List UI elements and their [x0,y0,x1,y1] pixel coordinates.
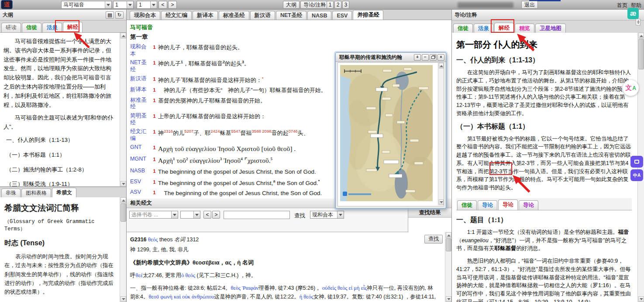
related-find-button[interactable]: 查找 [294,212,305,220]
version-tab[interactable]: 并排圣经 [353,10,383,20]
outline-tab[interactable]: 研读 [1,23,21,32]
scrollbar-thumb[interactable] [638,39,644,69]
strong-number[interactable]: G2316 [130,237,147,243]
map-scrollbar[interactable] [438,63,444,205]
home-link[interactable]: 首页 [617,2,627,9]
outline-item[interactable]: （一）本书标题（1:1） [6,151,117,160]
verse-number: 1 [151,156,158,163]
related-next-button[interactable]: > [212,211,220,219]
scroll-up-icon[interactable] [638,33,644,38]
commentary-tab[interactable]: 卫星地图 [535,24,566,33]
scroll-down-icon[interactable] [121,296,126,302]
related-book-select[interactable]: 选择书卷 ... [129,211,178,219]
version-tab[interactable]: ESV [332,11,352,20]
version-label[interactable]: GNT [130,144,151,151]
version-tab[interactable]: 新汉语 [250,11,276,20]
scroll-down-icon[interactable] [446,296,451,302]
restore-icon[interactable] [430,54,437,61]
version-label[interactable]: ESV [130,178,151,185]
scroll-up-icon[interactable] [121,197,126,203]
commentary-tab[interactable]: 活泉 [474,24,493,33]
verse-number: 1 [151,44,158,51]
outline-tab[interactable]: 解经 [63,22,83,32]
scrollbar-thumb[interactable] [446,238,451,251]
commentary-subtab[interactable]: 导论 [498,199,518,210]
version-tab[interactable]: 新译本 [193,11,218,20]
scroll-up-icon[interactable] [446,232,451,238]
intro-commentary-button[interactable]: 导论/注释 [300,1,329,9]
glossary-scrollbar[interactable] [120,197,126,302]
outline-scrollbar[interactable] [120,33,126,187]
version-label[interactable]: 经文汇编 [130,128,151,142]
dictionary-find-button[interactable]: 查找 [424,235,443,244]
outline-tab[interactable]: 信徒 [22,23,41,32]
refresh-icon[interactable]: ↻ [115,11,124,19]
commentary-tab[interactable]: 解经 [494,23,514,33]
version-tab[interactable]: 现和合本 [130,11,160,20]
commentary-tab[interactable]: 精览 [515,24,534,33]
close-icon[interactable]: × [437,54,444,61]
dictionary-scrollbar[interactable] [445,232,451,302]
version-label[interactable]: 标准圣经 [130,97,151,110]
logout-button[interactable]: 退出 [521,1,538,9]
version-label[interactable]: 新汉语 [130,76,151,82]
translate-tool-icon[interactable]: 中A [630,169,643,181]
related-search-input[interactable] [224,211,290,219]
outline-item[interactable]: 一、仆人的到来（1:1-13） [6,136,117,145]
commentary-subtab[interactable]: 信徒 [457,200,477,210]
version-tab[interactable]: NET圣经 [276,11,307,20]
minimize-icon[interactable]: − [422,54,429,61]
commentary-tab[interactable]: 信徒 [453,24,473,33]
chevron-down-icon [337,211,344,218]
verse-select[interactable]: 1 [137,1,157,9]
version-tab[interactable]: 经文汇编 [161,11,192,20]
version-tab[interactable]: 标准圣经 [219,11,249,20]
commentary-subtab[interactable]: 导论 [519,200,538,210]
outline-button[interactable]: 大纲 [283,1,300,9]
scrollbar-thumb[interactable] [121,203,126,222]
page-number-button[interactable]: 3 [342,1,349,9]
screenshot-tool-icon[interactable] [630,156,643,168]
scroll-down-icon[interactable] [638,296,644,302]
verse-number: 1 [151,59,158,67]
related-prev-button[interactable]: < [203,211,211,219]
book-select[interactable]: 马可福音 [61,1,112,9]
left-bottom-tab[interactable]: 串珠 [1,189,21,197]
zoom-in-icon[interactable]: + [414,54,421,61]
scroll-up-icon[interactable] [121,33,126,38]
related-chapter-select[interactable] [180,211,200,219]
outline-item[interactable]: （三）耶稣受洗（1:9-11） [6,180,117,187]
scroll-down-icon[interactable] [121,181,126,187]
map-window[interactable]: 耶稣早期的传道和施洗约翰 + − × [335,52,446,209]
prev-verse-button[interactable]: < [158,1,167,9]
outline-tabs: 研读信徒活泉解经 [0,21,126,33]
greek-dictionary-panel: G2316 θεός theos 名词 1312 神 1299, 主, 他, 我… [127,232,451,302]
version-label[interactable]: NET圣经 [130,59,151,73]
outline-tab[interactable]: 活泉 [42,23,62,32]
outline-item[interactable]: （二）施洗约翰的事工（1:2-8） [6,165,117,175]
page-number-button[interactable]: 1 [327,1,334,9]
extension-ae-icon[interactable]: æ [627,8,639,19]
translate-widget-icon[interactable]: 文 A [623,80,639,96]
version-label[interactable]: NASB [130,168,151,175]
version-label[interactable]: 新译本 [130,86,151,93]
app-logo[interactable]: 道 [1,0,13,9]
version-label[interactable]: ASV [130,189,151,196]
report-icon[interactable]: ▤ [106,11,114,19]
version-tab[interactable]: NASB [307,11,331,20]
scroll-up-icon[interactable] [439,63,444,69]
left-bottom-tab[interactable]: 图和表格 [21,189,51,197]
chapter-select[interactable]: 1 [113,1,134,9]
next-verse-button[interactable]: > [168,1,177,9]
spinner-control[interactable] [636,19,641,25]
page-number-button[interactable]: 2 [334,1,341,9]
version-label[interactable]: 简明圣经 [130,113,151,126]
outline-content: 马可福音很难提炼出一个令人满意的大纲。该书内容大体是一系列事件的记录，但这些事件… [0,33,126,187]
version-label[interactable]: MGNT [130,156,151,163]
scroll-down-icon[interactable] [439,199,444,205]
left-bottom-tab[interactable]: 希腊文 [52,188,76,197]
map-window-titlebar[interactable]: 耶稣早期的传道和施洗约翰 + − × [336,53,446,62]
related-version-select[interactable]: 现和合本 [310,211,344,219]
commentary-subtab[interactable]: 导论 [478,200,497,210]
version-label[interactable]: 现和合本 [130,44,151,57]
